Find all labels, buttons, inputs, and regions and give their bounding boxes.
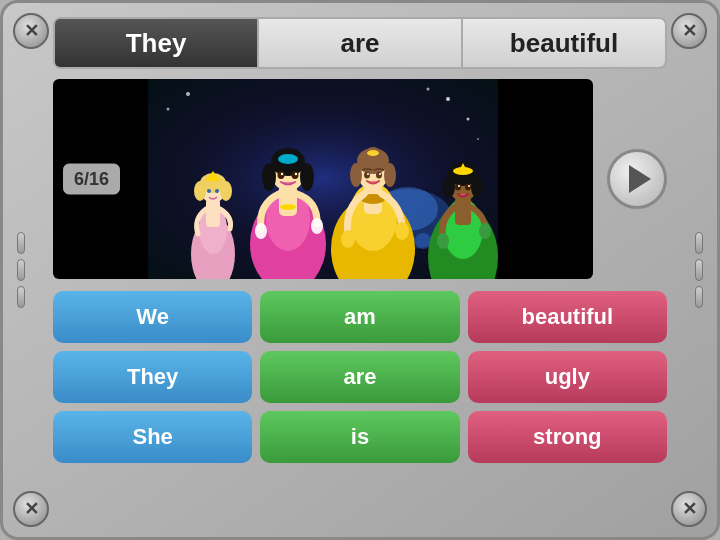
svg-point-7 bbox=[186, 92, 190, 96]
handle-bar bbox=[17, 286, 25, 308]
svg-point-43 bbox=[350, 163, 362, 187]
play-button[interactable] bbox=[607, 149, 667, 209]
svg-point-63 bbox=[465, 184, 471, 191]
x-icon-tl: ✕ bbox=[24, 20, 39, 42]
left-handles bbox=[17, 232, 25, 308]
handle-bar bbox=[695, 286, 703, 308]
svg-point-65 bbox=[468, 185, 470, 187]
app-container: ✕ ✕ ✕ ✕ They are beautiful 6/16 bbox=[0, 0, 720, 540]
svg-point-6 bbox=[167, 108, 170, 111]
play-icon bbox=[629, 165, 651, 193]
handle-bar bbox=[17, 259, 25, 281]
sentence-word-1: They bbox=[55, 19, 259, 67]
svg-point-52 bbox=[395, 222, 409, 240]
svg-point-33 bbox=[281, 173, 283, 175]
svg-point-48 bbox=[376, 172, 382, 179]
svg-point-47 bbox=[364, 172, 370, 179]
slide-counter: 6/16 bbox=[63, 164, 120, 195]
svg-point-36 bbox=[311, 218, 323, 234]
image-container: 6/16 bbox=[53, 79, 593, 279]
svg-point-64 bbox=[458, 185, 460, 187]
close-button-br[interactable]: ✕ bbox=[671, 491, 707, 527]
svg-point-3 bbox=[467, 118, 470, 121]
word-ugly[interactable]: ugly bbox=[468, 351, 667, 403]
svg-point-58 bbox=[443, 176, 455, 198]
word-they[interactable]: They bbox=[53, 351, 252, 403]
svg-point-18 bbox=[220, 181, 232, 201]
sentence-bar: They are beautiful bbox=[53, 17, 667, 69]
svg-point-2 bbox=[446, 97, 450, 101]
svg-point-67 bbox=[479, 223, 491, 239]
svg-point-46 bbox=[367, 150, 379, 156]
svg-point-50 bbox=[379, 173, 381, 175]
close-button-tl[interactable]: ✕ bbox=[13, 13, 49, 49]
svg-rect-14 bbox=[206, 199, 220, 227]
svg-point-62 bbox=[455, 184, 461, 191]
svg-point-51 bbox=[341, 230, 355, 248]
svg-point-35 bbox=[255, 223, 267, 239]
svg-point-5 bbox=[477, 138, 479, 140]
svg-point-32 bbox=[292, 171, 299, 179]
right-handles bbox=[695, 232, 703, 308]
svg-point-59 bbox=[471, 176, 483, 198]
svg-point-20 bbox=[207, 189, 211, 193]
princess-illustration bbox=[53, 79, 593, 279]
word-strong[interactable]: strong bbox=[468, 411, 667, 463]
svg-point-28 bbox=[262, 163, 276, 191]
svg-point-30 bbox=[278, 154, 298, 164]
svg-point-31 bbox=[278, 171, 285, 179]
svg-point-29 bbox=[300, 163, 314, 191]
x-icon-tr: ✕ bbox=[682, 20, 697, 42]
handle-bar bbox=[695, 232, 703, 254]
sentence-word-3: beautiful bbox=[463, 19, 665, 67]
x-icon-bl: ✕ bbox=[24, 498, 39, 520]
svg-rect-55 bbox=[455, 197, 471, 225]
svg-point-17 bbox=[194, 181, 206, 201]
main-area: 6/16 bbox=[53, 79, 667, 279]
svg-point-66 bbox=[437, 233, 449, 249]
svg-point-49 bbox=[367, 173, 369, 175]
x-icon-br: ✕ bbox=[682, 498, 697, 520]
svg-point-4 bbox=[427, 88, 430, 91]
svg-point-21 bbox=[215, 189, 219, 193]
handle-bar bbox=[695, 259, 703, 281]
close-button-bl[interactable]: ✕ bbox=[13, 491, 49, 527]
word-beautiful[interactable]: beautiful bbox=[468, 291, 667, 343]
word-we[interactable]: We bbox=[53, 291, 252, 343]
word-grid: We am beautiful They are ugly She is str… bbox=[53, 291, 667, 463]
handle-bar bbox=[17, 232, 25, 254]
word-is[interactable]: is bbox=[260, 411, 459, 463]
svg-point-34 bbox=[295, 173, 297, 175]
close-button-tr[interactable]: ✕ bbox=[671, 13, 707, 49]
svg-point-44 bbox=[384, 163, 396, 187]
word-am[interactable]: am bbox=[260, 291, 459, 343]
word-are[interactable]: are bbox=[260, 351, 459, 403]
svg-point-25 bbox=[280, 204, 296, 210]
sentence-word-2: are bbox=[259, 19, 463, 67]
word-she[interactable]: She bbox=[53, 411, 252, 463]
svg-point-11 bbox=[415, 233, 431, 249]
